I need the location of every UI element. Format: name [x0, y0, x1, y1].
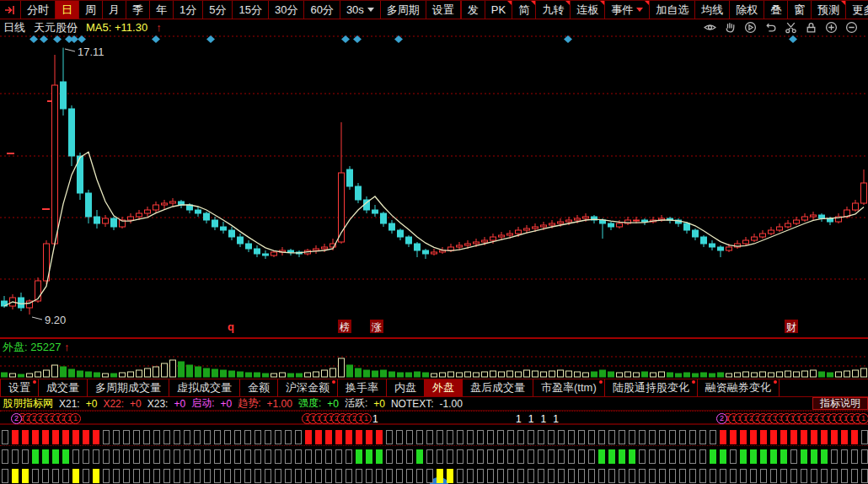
tab-多周期成交量[interactable]: 多周期成交量	[88, 379, 169, 396]
tool-button-事件[interactable]: 事件	[605, 1, 650, 19]
candle[interactable]	[701, 237, 707, 244]
candle[interactable]	[86, 193, 92, 217]
candle[interactable]	[541, 225, 547, 227]
candle[interactable]	[372, 210, 378, 213]
candle[interactable]	[566, 220, 572, 222]
candle[interactable]	[212, 220, 218, 227]
candle[interactable]	[794, 220, 800, 223]
candle[interactable]	[94, 217, 100, 223]
candle[interactable]	[558, 222, 564, 223]
candle[interactable]	[229, 230, 235, 237]
candle[interactable]	[196, 210, 201, 213]
candle[interactable]	[760, 234, 766, 237]
candle[interactable]	[769, 230, 774, 234]
candle[interactable]	[263, 254, 269, 255]
volume-pane[interactable]: 外盘: 25227 ↑	[0, 339, 868, 379]
candle[interactable]	[170, 202, 176, 203]
candle[interactable]	[457, 245, 463, 247]
undo-icon[interactable]	[764, 21, 777, 34]
tab-盘后成交量[interactable]: 盘后成交量	[463, 379, 533, 396]
period-button-分时[interactable]: 分时	[20, 1, 56, 19]
candle[interactable]	[52, 85, 58, 244]
tab-内盘[interactable]: 内盘	[387, 379, 425, 396]
candle[interactable]	[777, 227, 783, 230]
candle[interactable]	[634, 220, 640, 221]
candle[interactable]	[482, 240, 488, 242]
candle[interactable]	[238, 237, 244, 244]
candle[interactable]	[431, 252, 437, 254]
candle[interactable]	[398, 230, 404, 237]
candle[interactable]	[583, 217, 589, 218]
collapse-left-icon[interactable]	[0, 1, 20, 19]
candle[interactable]	[19, 298, 24, 308]
candle[interactable]	[448, 247, 454, 250]
diamond-event-marker[interactable]	[789, 35, 797, 43]
candle[interactable]	[61, 82, 67, 109]
period-button-60分[interactable]: 60分	[304, 1, 340, 19]
lock-icon[interactable]	[805, 21, 817, 34]
candle[interactable]	[347, 169, 353, 186]
candlestick-chart[interactable]: 17.119.20q榜涨财	[0, 35, 868, 339]
zoom-in-icon[interactable]	[825, 21, 838, 34]
period-button-年[interactable]: 年	[150, 1, 174, 19]
candle[interactable]	[111, 218, 117, 227]
candle[interactable]	[811, 215, 817, 217]
candle[interactable]	[726, 247, 732, 250]
tool-button-九转[interactable]: 九转	[536, 1, 571, 19]
candle[interactable]	[575, 218, 581, 220]
eye-icon[interactable]	[704, 21, 716, 34]
tab-陆股通持股变化[interactable]: 陆股通持股变化	[605, 379, 698, 396]
tab-设置[interactable]: 设置	[0, 379, 39, 396]
hand-icon[interactable]	[724, 21, 737, 34]
period-button-季[interactable]: 季	[126, 1, 150, 19]
candle[interactable]	[718, 247, 724, 250]
tool-button-预测[interactable]: 预测	[812, 1, 846, 19]
candle[interactable]	[389, 223, 395, 230]
candle[interactable]	[69, 109, 75, 156]
candle[interactable]	[204, 213, 210, 220]
tab-换手率[interactable]: 换手率	[338, 379, 387, 396]
news-marker-text[interactable]: q	[228, 320, 234, 333]
tool-button-连板[interactable]: 连板	[571, 1, 605, 19]
period-button-多周期[interactable]: 多周期	[381, 1, 426, 19]
candle[interactable]	[693, 230, 699, 237]
candle[interactable]	[499, 235, 505, 237]
candle[interactable]	[322, 247, 328, 249]
tab-金额[interactable]: 金额	[240, 379, 278, 396]
candle[interactable]	[474, 242, 480, 244]
period-button-设置[interactable]: 设置	[426, 1, 461, 19]
candle[interactable]	[137, 213, 142, 217]
candle[interactable]	[802, 217, 808, 220]
tool-button-窗[interactable]: 窗	[788, 1, 812, 19]
tool-button-均线[interactable]: 均线	[695, 1, 730, 19]
candle[interactable]	[145, 210, 151, 213]
candle[interactable]	[255, 249, 260, 254]
candle[interactable]	[381, 213, 387, 223]
candle[interactable]	[415, 244, 421, 250]
period-button-周[interactable]: 周	[79, 1, 103, 19]
candle[interactable]	[608, 223, 614, 227]
candle[interactable]	[549, 223, 555, 225]
candle[interactable]	[103, 218, 109, 223]
tab-市盈率(ttm)[interactable]: 市盈率(ttm)	[533, 379, 605, 396]
candle[interactable]	[684, 223, 690, 230]
tool-button-加自选[interactable]: 加自选	[650, 1, 695, 19]
tab-外盘[interactable]: 外盘	[425, 379, 463, 396]
candle[interactable]	[465, 244, 471, 245]
candle[interactable]	[752, 237, 758, 240]
candle[interactable]	[221, 227, 227, 230]
candle[interactable]	[128, 217, 134, 220]
candle[interactable]	[356, 186, 362, 200]
candle[interactable]	[271, 252, 277, 255]
candle[interactable]	[288, 250, 294, 252]
candle[interactable]	[507, 234, 513, 235]
candle[interactable]	[853, 203, 859, 210]
period-button-15分[interactable]: 15分	[233, 1, 268, 19]
tool-button-发[interactable]: 发	[461, 1, 485, 19]
candle[interactable]	[313, 249, 319, 250]
tool-button-叠[interactable]: 叠	[764, 1, 788, 19]
scissors-icon[interactable]	[785, 21, 797, 34]
tool-button-简[interactable]: 简	[512, 1, 536, 19]
candle[interactable]	[861, 183, 867, 203]
candle[interactable]	[785, 223, 791, 227]
